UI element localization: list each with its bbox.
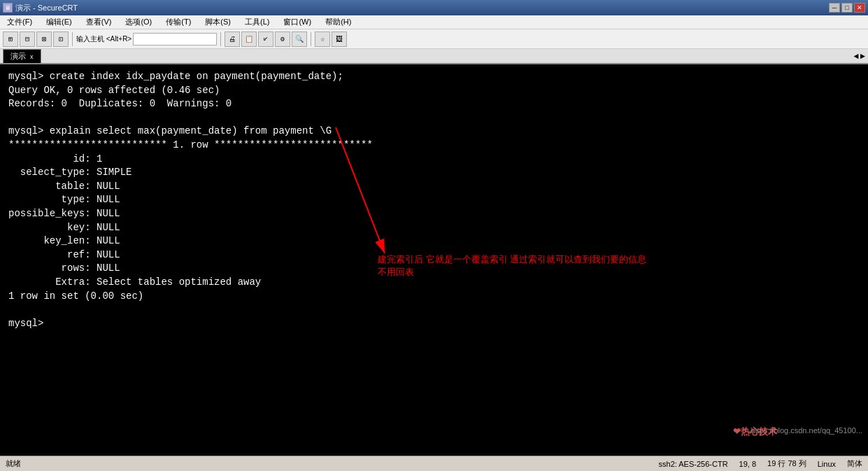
minimize-button[interactable]: ─ — [829, 3, 840, 13]
tab-bar: 演示 x ◄ ► — [0, 49, 868, 64]
menu-window[interactable]: 窗口(W) — [279, 16, 315, 28]
status-encoding: 简体 — [847, 458, 862, 469]
status-size: 19 行 78 列 — [767, 458, 806, 469]
toolbar-btn-8[interactable]: ⚙ — [275, 31, 290, 47]
menu-script[interactable]: 脚本(S) — [201, 16, 235, 28]
host-input[interactable] — [133, 33, 217, 45]
toolbar: ⊞ ⊟ ⊠ ⊡ 输入主机 <Alt+R> 🖨 📋 🗸 ⚙ 🔍 ☆ 🖼 — [0, 29, 868, 49]
tab-scroll-arrows: ◄ ► — [854, 52, 865, 62]
toolbar-btn-2[interactable]: ⊟ — [20, 31, 35, 47]
host-input-label: 输入主机 <Alt+R> — [76, 34, 131, 44]
terminal-output: mysql> create index idx_paydate on payme… — [8, 70, 860, 330]
watermark-logo: ❤热心技术 — [733, 426, 777, 438]
toolbar-btn-10[interactable]: ☆ — [315, 31, 330, 47]
menu-view[interactable]: 查看(V) — [82, 16, 116, 28]
toolbar-btn-9[interactable]: 🔍 — [292, 31, 307, 47]
status-position: 19, 8 — [739, 460, 756, 468]
maximize-button[interactable]: □ — [841, 3, 853, 13]
toolbar-btn-1[interactable]: ⊞ — [3, 31, 18, 47]
toolbar-btn-6[interactable]: 📋 — [241, 31, 257, 47]
tab-close-button[interactable]: x — [30, 53, 34, 60]
toolbar-separator-2 — [220, 32, 221, 46]
terminal-tab[interactable]: 演示 x — [3, 49, 41, 63]
terminal-area[interactable]: mysql> create index idx_paydate on payme… — [0, 64, 868, 456]
app-icon: 🖥 — [3, 3, 13, 13]
status-left: 就绪 — [6, 458, 21, 469]
toolbar-btn-5[interactable]: 🖨 — [225, 31, 240, 47]
status-right: ssh2: AES-256-CTR 19, 8 19 行 78 列 Linux … — [659, 458, 862, 469]
menu-options[interactable]: 选项(O) — [121, 16, 156, 28]
status-session: ssh2: AES-256-CTR — [659, 460, 728, 468]
toolbar-separator-1 — [72, 32, 73, 46]
menu-edit[interactable]: 编辑(E) — [42, 16, 76, 28]
title-bar: 🖥 演示 - SecureCRT ─ □ ✕ — [0, 0, 868, 15]
toolbar-btn-7[interactable]: 🗸 — [258, 31, 273, 47]
title-bar-left: 🖥 演示 - SecureCRT — [3, 3, 78, 13]
tab-scroll-left[interactable]: ◄ — [854, 52, 859, 62]
toolbar-separator-3 — [311, 32, 311, 46]
close-button[interactable]: ✕ — [854, 3, 865, 13]
menu-file[interactable]: 文件(F) — [3, 16, 36, 28]
window-controls: ─ □ ✕ — [829, 3, 865, 13]
toolbar-btn-4[interactable]: ⊡ — [53, 31, 69, 47]
window-title: 演示 - SecureCRT — [15, 3, 78, 13]
toolbar-btn-3[interactable]: ⊠ — [36, 31, 52, 47]
tab-scroll-right[interactable]: ► — [860, 52, 865, 62]
menu-transfer[interactable]: 传输(T) — [162, 16, 195, 28]
status-os: Linux — [818, 460, 836, 468]
menu-tools[interactable]: 工具(L) — [241, 16, 273, 28]
menu-bar: 文件(F) 编辑(E) 查看(V) 选项(O) 传输(T) 脚本(S) 工具(L… — [0, 15, 868, 29]
status-bar: 就绪 ssh2: AES-256-CTR 19, 8 19 行 78 列 Lin… — [0, 456, 868, 471]
toolbar-btn-11[interactable]: 🖼 — [332, 31, 347, 47]
tab-label: 演示 — [10, 51, 26, 62]
menu-help[interactable]: 帮助(H) — [321, 16, 355, 28]
